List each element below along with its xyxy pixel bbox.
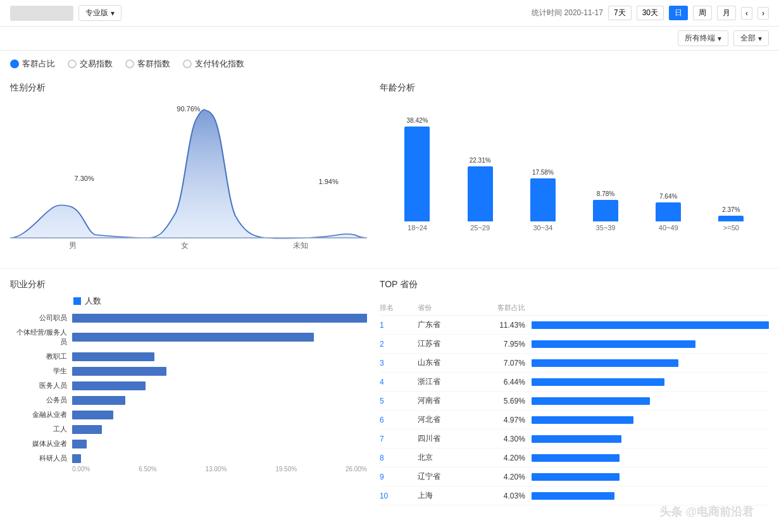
province-7: 四川省 [418, 433, 481, 444]
occ-bar-9 [72, 454, 81, 463]
bar-9 [525, 473, 769, 481]
pct-6: 4.97% [481, 416, 525, 424]
nav-prev-button[interactable]: ‹ [741, 7, 752, 20]
age-title: 年龄分析 [380, 77, 769, 99]
occ-bar-wrap-6 [72, 411, 367, 419]
age-pct-3539: 8.78% [597, 190, 614, 197]
occ-bar-4 [72, 381, 146, 390]
top-row-2: 2 江苏省 7.95% [380, 335, 769, 354]
radio-options-row: 客群占比 交易指数 客群指数 支付转化指数 [0, 51, 779, 77]
sub-header: 所有终端 ▾ 全部 ▾ [0, 27, 779, 51]
radio-customer-pct[interactable]: 客群占比 [10, 58, 55, 70]
occupation-legend: 人数 [73, 295, 367, 307]
occupation-section: 职业分析 人数 公司职员 个体经营/服务人员 教职工 学生 医务人 [10, 274, 367, 505]
occupation-legend-label: 人数 [85, 295, 101, 307]
rank-5: 5 [380, 397, 418, 405]
time-btn-week[interactable]: 周 [693, 6, 712, 20]
occ-bar-wrap-9 [72, 454, 367, 463]
time-btn-7days[interactable]: 7天 [608, 6, 632, 20]
radio-circle-3 [125, 59, 134, 68]
occ-label-9: 科研人员 [10, 454, 67, 463]
occ-row-5: 公务员 [10, 395, 367, 405]
age-label-1824: 18~24 [408, 224, 427, 232]
occ-bar-7 [72, 425, 102, 434]
gender-unknown-label: 未知 [293, 240, 308, 251]
rank-2: 2 [380, 340, 418, 349]
occupation-bars-container: 公司职员 个体经营/服务人员 教职工 学生 医务人员 公务员 [10, 313, 367, 463]
rank-6: 6 [380, 416, 418, 424]
pct-8: 4.20% [481, 454, 525, 462]
bar-1 [525, 321, 769, 329]
rank-3: 3 [380, 359, 418, 368]
gender-x-labels: 男 女 未知 [10, 240, 367, 251]
age-pct-50plus: 2.37% [722, 206, 740, 213]
terminal-dropdown[interactable]: 所有终端 ▾ [678, 30, 728, 46]
top-row-5: 5 河南省 5.69% [380, 392, 769, 411]
occ-bar-1 [72, 333, 314, 342]
province-2: 江苏省 [418, 338, 481, 349]
age-label-3539: 35~39 [596, 224, 616, 232]
top-row-10: 10 上海 4.03% [380, 486, 769, 505]
occ-label-5: 公务员 [10, 395, 67, 405]
province-3: 山东省 [418, 357, 481, 368]
occ-bar-wrap-8 [72, 440, 367, 448]
nav-next-button[interactable]: › [757, 7, 769, 20]
time-btn-30days[interactable]: 30天 [637, 6, 664, 20]
segment-dropdown[interactable]: 全部 ▾ [733, 30, 769, 46]
axis-label-0: 0.00% [72, 466, 90, 473]
radio-customer-index[interactable]: 客群指数 [125, 58, 170, 70]
gender-title: 性别分析 [10, 77, 367, 99]
age-bar-rect-3539 [593, 200, 618, 221]
occ-label-0: 公司职员 [10, 313, 67, 323]
age-label-2529: 25~29 [470, 224, 490, 232]
occ-bar-wrap-4 [72, 381, 367, 390]
occ-row-3: 学生 [10, 366, 367, 376]
header-pct: 客群占比 [481, 303, 525, 312]
rank-1: 1 [380, 321, 418, 330]
occ-bar-5 [72, 396, 125, 405]
header: 专业版 ▾ 统计时间 2020-11-17 7天 30天 日 周 月 ‹ › [0, 0, 779, 27]
occ-label-3: 学生 [10, 366, 67, 376]
age-bar-2529: 22.31% 25~29 [468, 157, 493, 232]
rank-9: 9 [380, 473, 418, 481]
occ-bar-wrap-1 [72, 333, 367, 342]
top-provinces-table: 排名 省份 客群占比 1 广东省 11.43% 2 江苏省 7.95% 3 山东… [380, 300, 769, 505]
gender-male-label: 男 [69, 240, 77, 251]
province-6: 河北省 [418, 414, 481, 425]
age-bar-rect-50plus [718, 216, 744, 221]
axis-label-4: 26.00% [346, 466, 367, 473]
occ-bar-0 [72, 314, 367, 323]
occ-bar-wrap-7 [72, 425, 367, 434]
bar-4 [525, 378, 769, 386]
bar-3 [525, 359, 769, 367]
top-row-4: 4 浙江省 6.44% [380, 373, 769, 392]
gender-female-pct-label: 90.76% [177, 105, 200, 113]
occ-bar-wrap-2 [72, 352, 367, 361]
radio-label-4: 支付转化指数 [195, 58, 244, 70]
logo [10, 6, 73, 21]
time-btn-month[interactable]: 月 [717, 6, 736, 20]
segment-chevron-icon: ▾ [758, 34, 762, 43]
province-10: 上海 [418, 490, 481, 501]
occ-row-4: 医务人员 [10, 381, 367, 390]
occ-bar-2 [72, 352, 154, 361]
radio-payment-conversion[interactable]: 支付转化指数 [183, 58, 244, 70]
occ-bar-8 [72, 440, 87, 448]
time-btn-day[interactable]: 日 [669, 6, 688, 20]
gender-male-pct-label: 7.30% [74, 175, 94, 182]
occ-label-8: 媒体从业者 [10, 439, 67, 448]
radio-transaction-index[interactable]: 交易指数 [68, 58, 113, 70]
province-9: 辽宁省 [418, 471, 481, 482]
occ-label-1: 个体经营/服务人员 [10, 328, 67, 347]
province-8: 北京 [418, 452, 481, 463]
pct-3: 7.07% [481, 359, 525, 368]
pct-10: 4.03% [481, 492, 525, 500]
occ-label-2: 教职工 [10, 352, 67, 361]
age-bar-3034: 17.58% 30~34 [530, 169, 556, 232]
gender-svg [10, 99, 367, 244]
bottom-row: 职业分析 人数 公司职员 个体经营/服务人员 教职工 学生 医务人 [0, 274, 779, 505]
bar-8 [525, 454, 769, 462]
version-button[interactable]: 专业版 ▾ [78, 5, 122, 21]
age-bar-3539: 8.78% 35~39 [593, 190, 618, 232]
axis-label-3: 19.50% [275, 466, 297, 473]
